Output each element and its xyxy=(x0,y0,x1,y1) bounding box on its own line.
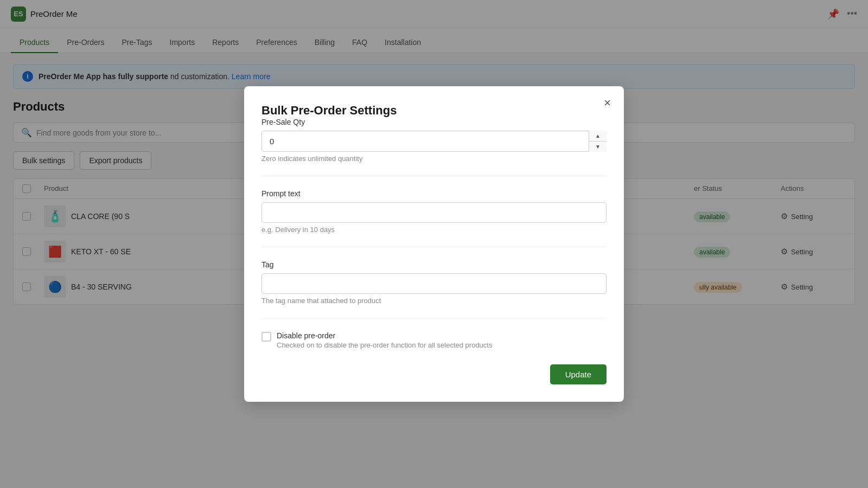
spinner-up-button[interactable]: ▲ xyxy=(589,131,607,142)
pre-sale-qty-label: Pre-Sale Qty xyxy=(261,118,607,126)
prompt-text-hint: e.g. Delivery in 10 days xyxy=(261,226,607,234)
pre-sale-qty-section: Pre-Sale Qty ▲ ▼ Zero indicates unlimite… xyxy=(261,118,607,163)
disable-preorder-label: Disable pre-order xyxy=(277,331,492,340)
disable-preorder-checkbox[interactable] xyxy=(261,332,271,342)
update-button[interactable]: Update xyxy=(550,364,607,384)
divider xyxy=(261,318,607,318)
tag-section: Tag The tag name that attached to produc… xyxy=(261,260,607,305)
pre-sale-qty-input[interactable] xyxy=(261,131,607,152)
divider xyxy=(261,247,607,247)
prompt-text-label: Prompt text xyxy=(261,189,607,198)
modal-overlay[interactable]: Bulk Pre-Order Settings × Pre-Sale Qty ▲… xyxy=(0,0,868,488)
divider xyxy=(261,176,607,176)
modal-footer: Update xyxy=(261,364,607,384)
modal-close-button[interactable]: × xyxy=(604,97,611,109)
tag-input[interactable] xyxy=(261,273,607,294)
numeric-input-wrap: ▲ ▼ xyxy=(261,131,607,152)
spinner-down-button[interactable]: ▼ xyxy=(589,142,607,152)
spinners: ▲ ▼ xyxy=(589,131,607,152)
pre-sale-qty-hint: Zero indicates unlimited quantity xyxy=(261,155,607,163)
modal-dialog: Bulk Pre-Order Settings × Pre-Sale Qty ▲… xyxy=(244,86,624,402)
prompt-text-section: Prompt text e.g. Delivery in 10 days xyxy=(261,189,607,234)
disable-preorder-sublabel: Checked on to disable the pre-order func… xyxy=(277,341,492,349)
tag-hint: The tag name that attached to product xyxy=(261,297,607,305)
disable-preorder-row: Disable pre-order Checked on to disable … xyxy=(261,331,607,349)
disable-preorder-label-group: Disable pre-order Checked on to disable … xyxy=(277,331,492,349)
modal-title: Bulk Pre-Order Settings xyxy=(261,104,397,117)
prompt-text-input[interactable] xyxy=(261,202,607,223)
tag-label: Tag xyxy=(261,260,607,269)
